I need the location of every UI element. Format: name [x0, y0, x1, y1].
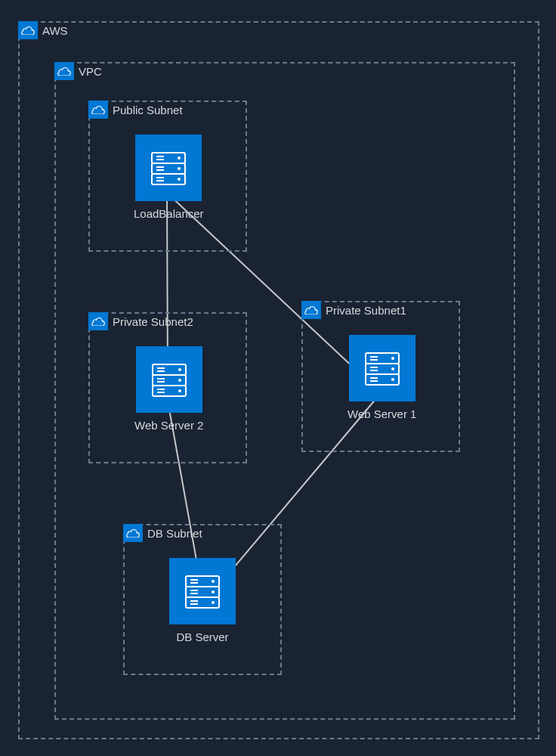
- private-subnet1-label: Private Subnet1: [301, 301, 406, 319]
- svg-point-11: [178, 178, 181, 181]
- server-icon: [169, 558, 236, 624]
- server-icon: [349, 335, 415, 401]
- db-subnet-label: DB Subnet: [123, 524, 202, 542]
- cloud-icon: [54, 62, 74, 80]
- vpc-label-text: VPC: [79, 65, 102, 78]
- svg-point-23: [178, 389, 181, 392]
- aws-label: AWS: [18, 21, 68, 39]
- webserver1-node: Web Server 1: [348, 335, 416, 420]
- svg-point-9: [178, 156, 181, 160]
- public-subnet-label: Public Subnet: [88, 101, 183, 119]
- public-subnet-label-text: Public Subnet: [113, 104, 183, 116]
- svg-point-21: [178, 368, 181, 371]
- cloud-icon: [88, 101, 108, 119]
- cloud-icon: [301, 301, 321, 319]
- dbserver-label: DB Server: [176, 631, 228, 643]
- svg-point-46: [212, 590, 215, 593]
- dbserver-node: DB Server: [169, 558, 236, 643]
- webserver2-label: Web Server 2: [134, 419, 203, 432]
- server-icon: [136, 346, 202, 413]
- vpc-label: VPC: [54, 62, 102, 80]
- private-subnet1-label-text: Private Subnet1: [326, 304, 406, 317]
- cloud-icon: [18, 21, 38, 39]
- db-subnet-label-text: DB Subnet: [147, 527, 202, 540]
- cloud-icon: [88, 312, 108, 330]
- svg-point-47: [212, 601, 215, 604]
- svg-point-45: [212, 580, 215, 583]
- svg-point-34: [391, 367, 394, 370]
- loadbalancer-label: LoadBalancer: [134, 207, 204, 220]
- webserver2-node: Web Server 2: [134, 346, 203, 432]
- svg-point-22: [178, 379, 181, 382]
- private-subnet2-label-text: Private Subnet2: [113, 315, 193, 328]
- aws-label-text: AWS: [42, 24, 68, 37]
- loadbalancer-node: LoadBalancer: [134, 135, 204, 220]
- server-icon: [135, 135, 202, 201]
- svg-point-10: [178, 167, 181, 170]
- webserver1-label: Web Server 1: [348, 407, 416, 420]
- private-subnet2-label: Private Subnet2: [88, 312, 193, 330]
- cloud-icon: [123, 524, 143, 542]
- svg-point-35: [391, 378, 394, 381]
- svg-point-33: [391, 357, 394, 360]
